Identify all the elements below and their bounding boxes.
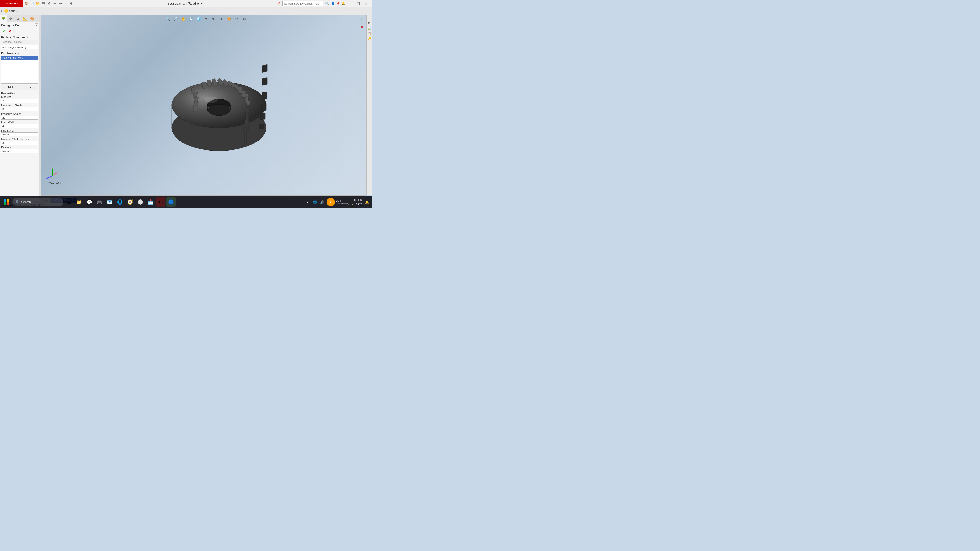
replace-component-section: Replace Component Change Fastener missio…	[1, 36, 38, 49]
rebuild-button[interactable]: ⚙	[69, 1, 74, 6]
taskbar-outlook[interactable]: 📩	[146, 197, 155, 206]
home-button[interactable]: 🏠	[24, 1, 29, 6]
taskbar-file-explorer[interactable]: 📁	[75, 197, 84, 206]
print-button[interactable]: 🖨	[46, 1, 52, 6]
close-button[interactable]: ✕	[363, 1, 369, 6]
cursor-button[interactable]: ↖	[63, 1, 68, 6]
taskbar-chrome2[interactable]: 🔵	[166, 197, 176, 206]
taskbar-weather[interactable]: ☀ 76°F Partly cloudy	[327, 198, 349, 206]
cancel-action-button[interactable]: ✕	[7, 29, 12, 34]
minimize-button[interactable]: —	[347, 1, 353, 6]
property-manager-tab[interactable]: ⚙	[7, 15, 14, 22]
config-manager-tab[interactable]: ⚙	[14, 15, 21, 22]
hide-show-icon[interactable]: 👁	[218, 16, 225, 22]
notifications-icon[interactable]: 🔔	[342, 2, 345, 5]
zoom-area-icon[interactable]: 🔎	[172, 16, 179, 22]
taskbar-solidworks[interactable]: ⚙	[156, 197, 165, 206]
confirm-action-button[interactable]: ✓	[1, 29, 6, 34]
rotate-icon[interactable]: 🔄	[188, 16, 194, 22]
section-view-icon[interactable]: ✂	[234, 16, 240, 22]
notification-badge[interactable]: 🔔	[364, 200, 369, 205]
configure-title-text: Configure Com...	[1, 24, 24, 27]
display-style-icon[interactable]: 👁	[210, 16, 217, 22]
svg-text:Z: Z	[46, 176, 48, 179]
change-fastener-button[interactable]: Change Fastener	[1, 40, 38, 44]
viewport-3d[interactable]: X Y Z *Isometric	[41, 15, 366, 195]
view-selector-icon[interactable]: 🧊	[195, 16, 202, 22]
properties-section: Properties Module: 7 Number of Teeth: 30…	[1, 92, 38, 153]
chevron-up-icon[interactable]: ∧	[305, 200, 310, 205]
right-panel-icon-3[interactable]: 📊	[367, 26, 372, 30]
svg-rect-10	[239, 90, 246, 94]
svg-rect-47	[7, 202, 10, 205]
save-button[interactable]: 💾	[41, 1, 46, 6]
new-button[interactable]: 📄	[30, 1, 35, 6]
shaft-diameter-row: Nominal Shaft Diamete... 30	[1, 138, 38, 145]
task-view-button[interactable]: ⊞	[64, 197, 73, 206]
feature-manager-tab[interactable]: 🌳	[0, 15, 7, 22]
taskbar-clock[interactable]: 9:05 PM 1/15/2024	[351, 198, 363, 206]
pan-icon[interactable]: ✋	[180, 16, 186, 22]
part-number-item[interactable]: Part Number He...	[1, 56, 38, 60]
right-panel-icon-4[interactable]: 📋	[367, 31, 372, 36]
help-icon[interactable]: ❓	[277, 2, 281, 5]
volume-icon[interactable]: 🔊	[320, 200, 325, 205]
axis-svg: X Y Z	[46, 167, 59, 179]
svg-rect-45	[7, 199, 10, 202]
weather-symbol: ☀	[329, 200, 332, 204]
open-button[interactable]: 📂	[35, 1, 40, 6]
taskbar-mail[interactable]: 📧	[105, 197, 115, 206]
search-solidworks-input[interactable]	[282, 1, 323, 6]
add-part-number-button[interactable]: Add	[1, 85, 19, 90]
taskbar-search-box[interactable]: 🔍 Search	[12, 198, 63, 206]
undo-button[interactable]: ↩	[52, 1, 57, 6]
svg-rect-2	[202, 82, 206, 88]
keyway-label: Keyway:	[1, 146, 12, 149]
pressure-angle-label: Pressure Angle:	[1, 112, 21, 115]
taskbar-edge[interactable]: 🌐	[115, 197, 124, 206]
svg-rect-30	[262, 77, 267, 86]
taskbar-search-text: Search	[21, 200, 31, 204]
shaft-diameter-value: 30	[1, 141, 38, 145]
edit-part-number-button[interactable]: Edit	[20, 85, 38, 90]
svg-line-35	[52, 173, 56, 176]
svg-point-28	[205, 97, 218, 103]
svg-rect-44	[4, 199, 6, 202]
panel-resizer[interactable]	[39, 15, 41, 200]
properties-label: Properties	[1, 92, 38, 95]
svg-rect-33	[260, 113, 266, 120]
view-toolbar: 🔍 🔎 ✋ 🔄 🧊 ▼ 👁 👁 🎨 ✂ 🖥	[41, 15, 372, 23]
network-icon[interactable]: 🌐	[312, 200, 318, 205]
temperature-text: 76°F	[336, 199, 349, 202]
date-display: 1/15/2024	[351, 202, 363, 206]
hub-style-row: Hub Style: None	[1, 129, 38, 137]
display-mode-icon[interactable]: 🖥	[241, 16, 248, 22]
restore-button[interactable]: ❐	[355, 1, 361, 6]
taskbar-teams[interactable]: 💬	[85, 197, 94, 206]
redo-button[interactable]: ↪	[58, 1, 63, 6]
user-icon[interactable]: 👤	[331, 2, 335, 5]
teeth-label: Number of Teeth:	[1, 104, 22, 107]
dim-expert-tab[interactable]: 📐	[21, 15, 29, 22]
teeth-row: Number of Teeth: 30	[1, 104, 38, 111]
taskbar-chrome[interactable]: ⚪	[136, 197, 145, 206]
taskbar-app5[interactable]: 🧭	[126, 197, 135, 206]
windows-logo-icon	[3, 199, 10, 205]
pin-icon[interactable]: 📌	[336, 2, 340, 5]
search-submit-icon[interactable]: 🔍	[325, 1, 330, 6]
isometric-label: *Isometric	[48, 182, 62, 185]
weather-icon: ☀	[327, 198, 335, 206]
start-button[interactable]	[2, 197, 11, 206]
part-numbers-label: Part Numbers	[1, 52, 38, 55]
view-orientation-icon[interactable]: ▼	[203, 16, 210, 22]
svg-rect-31	[262, 92, 267, 100]
svg-rect-29	[262, 64, 267, 73]
global-cancel-button[interactable]: ✕	[358, 24, 365, 30]
zoom-fit-icon[interactable]: 🔍	[165, 16, 171, 22]
right-panel-icon-5[interactable]: 🔑	[367, 36, 372, 41]
right-panel: ≡ ⊞ 📊 📋 🔑	[366, 15, 372, 195]
taskbar-xbox[interactable]: 🎮	[95, 197, 104, 206]
appearance-icon[interactable]: 🎨	[226, 16, 232, 22]
configure-help-icon[interactable]: ?	[35, 24, 38, 27]
display-manager-tab[interactable]: 🎨	[29, 15, 36, 22]
